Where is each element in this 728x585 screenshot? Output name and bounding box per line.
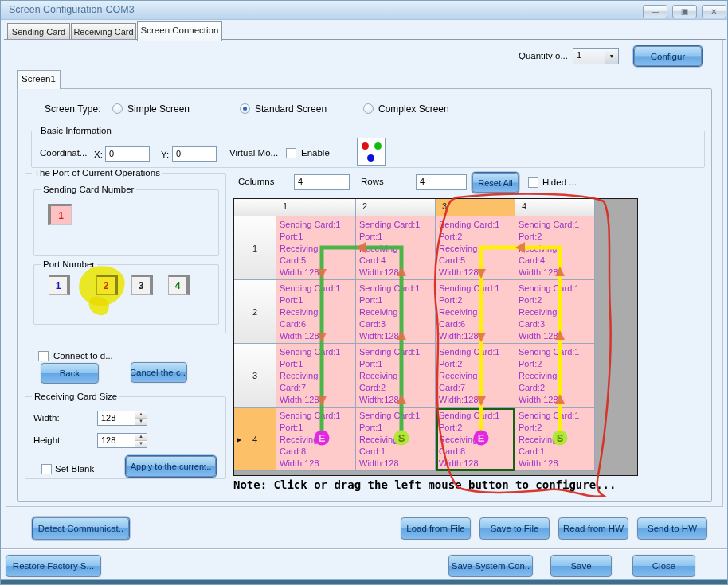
grid-cell-line: Receiving — [439, 434, 515, 446]
pixel-layout-icon[interactable] — [357, 138, 386, 166]
grid-cell-r3c3[interactable]: Sending Card:1Port:2ReceivingCard:7Width… — [436, 344, 515, 408]
grid-cell-line: Sending Card:1 — [359, 346, 435, 358]
send-to-hw-button[interactable]: Send to HW — [637, 517, 707, 540]
grid-cell-line: Card:4 — [519, 255, 594, 267]
close-icon[interactable]: ✕ — [702, 5, 726, 18]
save-button[interactable]: Save — [550, 555, 612, 577]
grid-cell-r4c4[interactable]: Sending Card:1Port:2ReceivingCard:1Width… — [515, 408, 595, 471]
grid-cell-r4c2[interactable]: Sending Card:1Port:1ReceivingCard:1Width… — [356, 408, 436, 471]
maximize-icon[interactable]: ▣ — [672, 5, 697, 18]
screen-type-radio-complex[interactable] — [363, 103, 374, 114]
port-number-legend: Port Number — [41, 259, 97, 270]
grid-cell-line: Width:128 — [519, 267, 594, 279]
port-tile-4[interactable]: 4 — [168, 275, 190, 295]
grid-cell-line: Sending Card:1 — [519, 346, 594, 358]
x-coordinate-field[interactable]: 0 — [105, 146, 150, 162]
columns-field[interactable]: 4 — [294, 174, 350, 190]
connect-label: Connect to d... — [53, 351, 113, 361]
grid-cell-line: Width:128 — [359, 394, 435, 406]
grid-cell-r3c4[interactable]: Sending Card:1Port:2ReceivingCard:2Width… — [515, 344, 595, 408]
save-to-file-button[interactable]: Save to File — [479, 517, 550, 540]
width-field[interactable]: 128 — [97, 411, 135, 426]
grid-cell-r2c2[interactable]: Sending Card:1Port:1ReceivingCard:3Width… — [356, 280, 436, 344]
load-from-file-button[interactable]: Load from File — [401, 517, 471, 540]
save-system-config-button[interactable]: Save System Con.. — [448, 555, 533, 577]
grid-cell-r3c2[interactable]: Sending Card:1Port:1ReceivingCard:2Width… — [356, 344, 436, 408]
rows-field[interactable]: 4 — [416, 174, 467, 190]
connect-checkbox[interactable] — [38, 351, 49, 361]
grid-cell-line: Sending Card:1 — [359, 410, 435, 422]
grid-cell-line: Port:2 — [439, 422, 515, 434]
grid-row-header-3[interactable]: 3 — [234, 344, 276, 408]
grid-cell-line: Port:2 — [519, 231, 594, 243]
minimize-icon[interactable]: — — [643, 5, 667, 18]
port-tile-2[interactable]: 2 — [96, 275, 118, 295]
enable-checkbox[interactable] — [286, 148, 296, 158]
grid-col-header-4[interactable]: 4 — [515, 199, 595, 216]
grid-cell-r1c1[interactable]: Sending Card:1Port:1ReceivingCard:5Width… — [276, 216, 356, 280]
grid-cell-r2c3[interactable]: Sending Card:1Port:2ReceivingCard:6Width… — [436, 280, 515, 344]
cancel-button[interactable]: Cancel the c... — [131, 362, 187, 383]
grid-cell-line: Port:2 — [439, 231, 515, 243]
screen-type-radio-standard[interactable] — [240, 103, 250, 114]
set-blank-checkbox[interactable] — [41, 464, 52, 474]
reset-all-button[interactable]: Reset All — [472, 173, 519, 193]
grid-cell-r4c1[interactable]: Sending Card:1Port:1ReceivingCard:8Width… — [276, 408, 356, 471]
width-stepper[interactable]: ▲▼ — [135, 411, 147, 426]
grid-col-header-3[interactable]: 3 — [436, 199, 515, 216]
grid-cell-line: Receiving — [359, 370, 435, 382]
back-button[interactable]: Back — [41, 363, 99, 384]
close-button[interactable]: Close — [632, 555, 695, 577]
title-bar[interactable]: Screen Configuration-COM3 — ▣ ✕ — [1, 1, 728, 20]
grid-cell-line: Receiving — [439, 243, 515, 255]
tab-receiving-card[interactable]: Receiving Card — [71, 23, 136, 40]
receiving-card-size-group: Receiving Card Size Width: 128 ▲▼ Height… — [25, 396, 226, 479]
port-number-group: Port Number 1234 — [33, 264, 219, 325]
chevron-down-icon[interactable]: ▼ — [605, 49, 618, 64]
note-text: Note: Click or drag the left mouse butto… — [233, 478, 644, 491]
detect-communication-button[interactable]: Detect Communicat.. — [33, 517, 129, 540]
port-tile-3[interactable]: 3 — [131, 275, 153, 295]
basic-information-legend: Basic Information — [38, 126, 114, 136]
configure-button[interactable]: Configur — [634, 46, 702, 66]
screen-type-radio-simple[interactable] — [112, 103, 123, 114]
grid-cell-line: Port:1 — [359, 358, 435, 370]
tab-screen-connection[interactable]: Screen Connection — [137, 21, 222, 41]
grid-row-header-4[interactable]: ▶4 — [234, 408, 276, 471]
grid-cell-line: Width:128 — [280, 330, 355, 342]
height-field[interactable]: 128 — [97, 433, 135, 448]
restore-factory-button[interactable]: Restore Factory S... — [6, 555, 101, 577]
grid-cell-line: Width:128 — [519, 394, 594, 406]
quantity-label: Quantity o... — [501, 51, 568, 60]
connection-grid[interactable]: 12341Sending Card:1Port:1ReceivingCard:5… — [233, 198, 638, 476]
grid-cell-line: Port:1 — [280, 294, 355, 306]
grid-cell-r2c4[interactable]: Sending Card:1Port:2ReceivingCard:3Width… — [515, 280, 595, 344]
grid-cell-line: Width:128 — [359, 330, 435, 342]
height-stepper[interactable]: ▲▼ — [135, 433, 147, 448]
grid-cell-line: Receiving — [280, 306, 355, 318]
grid-cell-r3c1[interactable]: Sending Card:1Port:1ReceivingCard:7Width… — [276, 344, 356, 408]
grid-row-header-2[interactable]: 2 — [234, 280, 276, 344]
sending-card-tile-1[interactable]: 1 — [48, 204, 72, 225]
grid-cell-r2c1[interactable]: Sending Card:1Port:1ReceivingCard:6Width… — [276, 280, 356, 344]
y-coordinate-field[interactable]: 0 — [172, 146, 217, 162]
tab-sending-card[interactable]: Sending Card — [7, 23, 70, 40]
grid-col-header-1[interactable]: 1 — [276, 199, 356, 216]
read-from-hw-button[interactable]: Read from HW — [558, 517, 628, 540]
grid-cell-line: Card:8 — [439, 446, 515, 458]
tab-screen1[interactable]: Screen1 — [17, 70, 61, 89]
grid-cell-r4c3[interactable]: Sending Card:1Port:2ReceivingCard:8Width… — [436, 408, 515, 471]
grid-cell-line: Sending Card:1 — [439, 346, 515, 358]
quantity-select[interactable]: 1 ▼ — [573, 48, 619, 64]
grid-corner-header — [234, 199, 276, 216]
apply-button[interactable]: Apply to the current.. — [126, 456, 216, 477]
hided-checkbox[interactable] — [528, 177, 538, 188]
enable-label: Enable — [301, 148, 330, 158]
grid-cell-r1c3[interactable]: Sending Card:1Port:2ReceivingCard:5Width… — [436, 216, 515, 280]
grid-cell-r1c4[interactable]: Sending Card:1Port:2ReceivingCard:4Width… — [515, 216, 595, 280]
port-tile-1[interactable]: 1 — [49, 275, 70, 295]
grid-cell-r1c2[interactable]: Sending Card:1Port:1ReceivingCard:4Width… — [356, 216, 436, 280]
grid-col-header-2[interactable]: 2 — [356, 199, 436, 216]
grid-row-header-1[interactable]: 1 — [234, 216, 276, 280]
grid-cell-line: Receiving — [519, 306, 594, 318]
